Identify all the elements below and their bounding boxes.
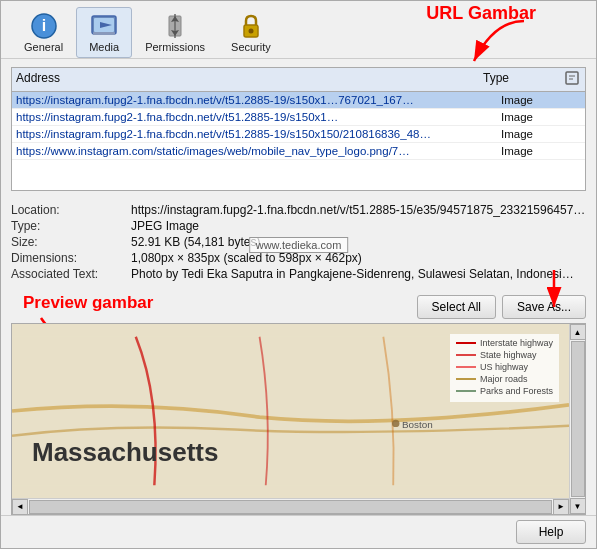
legend-label-interstate: Interstate highway (480, 338, 553, 348)
legend-label-parks: Parks and Forests (480, 386, 553, 396)
table-row-address: https://instagram.fupg2-1.fna.fbcdn.net/… (16, 128, 501, 140)
url-gambar-annotation: URL Gambar (426, 3, 536, 24)
toolbar-item-media[interactable]: Media (76, 7, 132, 58)
legend-line-state (456, 354, 476, 356)
preview-gambar-annotation: Preview gambar (23, 293, 153, 313)
info-row-location: Location: https://instagram.fupg2-1.fna.… (11, 203, 586, 217)
scroll-down-button[interactable]: ▼ (570, 498, 586, 514)
info-row-dimensions: Dimensions: 1,080px × 835px (scaled to 5… (11, 251, 586, 265)
security-icon (237, 12, 265, 40)
legend-label-us: US highway (480, 362, 528, 372)
legend-label-state: State highway (480, 350, 537, 360)
buttons-row: Preview gambar Select All (11, 295, 586, 319)
col-address: Address (16, 71, 483, 88)
scroll-right-button[interactable]: ► (553, 499, 569, 515)
info-row-type: Type: JPEG Image (11, 219, 586, 233)
toolbar-label-general: General (24, 41, 63, 53)
bottom-bar: Help (1, 515, 596, 548)
toolbar-item-permissions[interactable]: Permissions (132, 7, 218, 58)
toolbar-item-general[interactable]: i General (11, 7, 76, 58)
info-label-type: Type: (11, 219, 131, 233)
table-row[interactable]: https://instagram.fupg2-1.fna.fbcdn.net/… (12, 109, 585, 126)
map-preview: Boston Massachusetts Interstate highway … (12, 324, 569, 498)
table-row-type: Image (501, 128, 581, 140)
scroll-left-button[interactable]: ◄ (12, 499, 28, 515)
dialog: i General Media (0, 0, 597, 549)
main-content: Address Type https://instagram.fupg2-1.f… (1, 59, 596, 515)
scroll-thumb-vertical[interactable] (571, 341, 585, 497)
map-label: Massachusetts (32, 437, 218, 468)
table-row-address: https://www.instagram.com/static/images/… (16, 145, 501, 157)
legend-row-major: Major roads (456, 374, 553, 384)
table-row-type: Image (501, 111, 581, 123)
svg-text:Boston: Boston (402, 419, 433, 430)
preview-container: Boston Massachusetts Interstate highway … (11, 323, 586, 515)
info-section: Location: https://instagram.fupg2-1.fna.… (11, 199, 586, 287)
table-header: Address Type (11, 67, 586, 91)
general-icon: i (30, 12, 58, 40)
svg-point-19 (392, 420, 399, 427)
legend-row-state: State highway (456, 350, 553, 360)
table-row[interactable]: https://instagram.fupg2-1.fna.fbcdn.net/… (12, 126, 585, 143)
legend-line-interstate (456, 342, 476, 344)
select-all-button[interactable]: Select All (417, 295, 496, 319)
info-row-associated: Associated Text: Photo by Tedi Eka Saput… (11, 267, 586, 281)
info-label-location: Location: (11, 203, 131, 217)
permissions-icon (161, 12, 189, 40)
legend-line-us (456, 366, 476, 368)
saveas-arrow (524, 265, 584, 315)
col-type: Type (483, 71, 563, 88)
toolbar-label-security: Security (231, 41, 271, 53)
table-row-type: Image (501, 145, 581, 157)
table-row[interactable]: https://www.instagram.com/static/images/… (12, 143, 585, 160)
table-row-type: Image (501, 94, 581, 106)
info-value-location: https://instagram.fupg2-1.fna.fbcdn.net/… (131, 203, 586, 217)
help-button[interactable]: Help (516, 520, 586, 544)
toolbar-label-media: Media (89, 41, 119, 53)
map-legend: Interstate highway State highway US high… (450, 334, 559, 402)
scroll-up-button[interactable]: ▲ (570, 324, 586, 340)
col-icon (563, 71, 581, 88)
info-row-size: Size: 52.91 KB (54,181 bytes) (11, 235, 586, 249)
legend-row-us: US highway (456, 362, 553, 372)
info-label-associated: Associated Text: (11, 267, 131, 281)
toolbar-item-security[interactable]: Security (218, 7, 284, 58)
table-row[interactable]: https://instagram.fupg2-1.fna.fbcdn.net/… (12, 92, 585, 109)
preview-scrollbar-right[interactable]: ▲ ▼ (569, 324, 585, 514)
legend-label-major: Major roads (480, 374, 528, 384)
legend-row-parks: Parks and Forests (456, 386, 553, 396)
info-label-dimensions: Dimensions: (11, 251, 131, 265)
table-row-address: https://instagram.fupg2-1.fna.fbcdn.net/… (16, 94, 501, 106)
info-value-associated: Photo by Tedi Eka Saputra in Pangkajene-… (131, 267, 586, 281)
info-value-type: JPEG Image (131, 219, 586, 233)
legend-row-interstate: Interstate highway (456, 338, 553, 348)
legend-line-major (456, 378, 476, 380)
svg-point-11 (248, 29, 253, 34)
svg-text:i: i (41, 17, 45, 34)
legend-line-parks (456, 390, 476, 392)
info-label-size: Size: (11, 235, 131, 249)
scroll-thumb-horizontal[interactable] (29, 500, 552, 514)
preview-scrollbar-bottom[interactable]: ◄ ► (12, 498, 569, 514)
preview-image-area: Boston Massachusetts Interstate highway … (12, 324, 569, 498)
table-body[interactable]: https://instagram.fupg2-1.fna.fbcdn.net/… (11, 91, 586, 191)
info-value-size: 52.91 KB (54,181 bytes) (131, 235, 586, 249)
info-value-dimensions: 1,080px × 835px (scaled to 598px × 462px… (131, 251, 586, 265)
svg-rect-13 (566, 72, 578, 84)
toolbar-label-permissions: Permissions (145, 41, 205, 53)
svg-rect-5 (93, 32, 115, 35)
table-row-address: https://instagram.fupg2-1.fna.fbcdn.net/… (16, 111, 501, 123)
media-icon (90, 12, 118, 40)
toolbar: i General Media (1, 1, 596, 59)
